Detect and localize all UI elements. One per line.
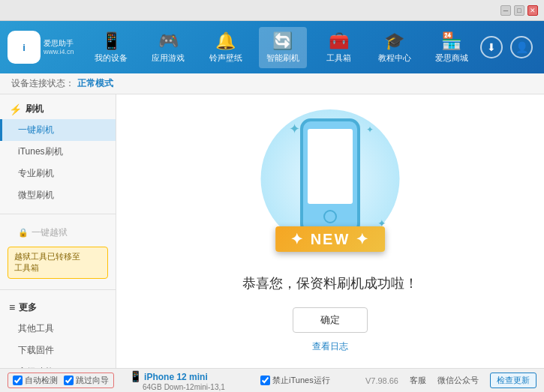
- title-bar: ─ □ ✕: [0, 0, 544, 21]
- sidebar-item-itunes-flash[interactable]: iTunes刷机: [0, 141, 116, 163]
- more-section-header: ≡ 更多: [0, 298, 116, 318]
- app-game-label: 应用游戏: [152, 52, 185, 64]
- flash-section-header: ⚡ 刷机: [0, 99, 116, 119]
- tutorial-icon: 🎓: [384, 31, 404, 51]
- my-device-label: 我的设备: [95, 52, 128, 64]
- nav-tutorial[interactable]: 🎓 教程中心: [371, 27, 419, 68]
- logo-icon: i: [8, 31, 41, 64]
- nav-toolbox[interactable]: 🧰 工具箱: [316, 27, 361, 68]
- status-value: 正常模式: [77, 77, 113, 90]
- phone-body: [300, 118, 360, 235]
- download-button[interactable]: ⬇: [480, 36, 503, 58]
- nav-mall[interactable]: 🏪 爱思商城: [428, 27, 476, 68]
- auto-detect-input[interactable]: [13, 376, 23, 385]
- micro-flash-label: 微型刷机: [18, 190, 54, 200]
- bottom-bar: 自动检测 跳过向导 📱 iPhone 12 mini 64GB Down-12m…: [0, 368, 544, 392]
- sidebar-item-advanced[interactable]: 高级功能: [0, 361, 116, 368]
- other-tools-label: 其他工具: [18, 323, 54, 334]
- my-device-icon: 📱: [101, 31, 122, 51]
- checkbox-group: 自动检测 跳过向导: [8, 373, 114, 388]
- window-controls[interactable]: ─ □ ✕: [500, 5, 538, 16]
- pro-flash-label: 专业刷机: [18, 168, 54, 178]
- nav-app-game[interactable]: 🎮 应用游戏: [144, 27, 192, 68]
- sidebar-item-micro-flash[interactable]: 微型刷机: [0, 184, 116, 206]
- confirm-button[interactable]: 确定: [293, 307, 368, 333]
- mall-label: 爱思商城: [435, 52, 468, 64]
- top-navigation: i 爱思助手 www.i4.cn 📱 我的设备 🎮 应用游戏 🔔 铃声壁纸 🔄 …: [0, 21, 544, 73]
- itunes-status-label: 禁止iTunes运行: [272, 375, 330, 386]
- logo-text: 爱思助手 www.i4.cn: [44, 38, 74, 57]
- sidebar-item-pro-flash[interactable]: 专业刷机: [0, 163, 116, 184]
- sidebar-item-jailbreak: 🔒 一键越狱: [0, 222, 116, 244]
- one-key-flash-label: 一键刷机: [18, 124, 54, 135]
- success-illustration: ✦ ✦ ✦ ✦ NEW ✦: [255, 109, 405, 267]
- logo-name: 爱思助手: [44, 38, 74, 48]
- lock-icon: 🔒: [18, 228, 29, 238]
- sidebar: ⚡ 刷机 一键刷机 iTunes刷机 专业刷机 微型刷机 🔒 一键越狱: [0, 94, 116, 368]
- update-button[interactable]: 检查更新: [490, 373, 536, 388]
- success-text: 恭喜您，保资料刷机成功啦！: [242, 274, 418, 292]
- star-left: ✦: [289, 121, 300, 137]
- ringtone-label: 铃声壁纸: [209, 52, 242, 64]
- auto-detect-label: 自动检测: [25, 375, 58, 386]
- maximize-button[interactable]: □: [514, 5, 524, 16]
- new-badge: ✦ NEW ✦: [275, 226, 385, 252]
- jailbreak-label: 一键越狱: [32, 226, 68, 239]
- toolbox-label: 工具箱: [326, 52, 351, 64]
- bottom-right: V7.98.66 客服 微信公众号 检查更新: [365, 373, 536, 388]
- sidebar-item-download-firmware[interactable]: 下载固件: [0, 340, 116, 361]
- device-phone-icon: 📱: [129, 370, 142, 382]
- status-label: 设备连接状态：: [11, 77, 74, 90]
- bottom-center: 禁止iTunes运行: [260, 375, 330, 386]
- itunes-status-input[interactable]: [260, 376, 270, 385]
- content-area: ✦ ✦ ✦ ✦ NEW ✦ 恭喜您，保资料刷机成功啦！ 确定 查看日志: [116, 94, 544, 368]
- main-layout: ⚡ 刷机 一键刷机 iTunes刷机 专业刷机 微型刷机 🔒 一键越狱: [0, 94, 544, 368]
- itunes-flash-label: iTunes刷机: [18, 146, 63, 157]
- nav-items: 📱 我的设备 🎮 应用游戏 🔔 铃声壁纸 🔄 智能刷机 🧰 工具箱 🎓 教程中心…: [83, 27, 480, 68]
- version-text: V7.98.66: [365, 376, 398, 385]
- bottom-left: 自动检测 跳过向导 📱 iPhone 12 mini 64GB Down-12m…: [8, 370, 225, 391]
- logo-url: www.i4.cn: [44, 48, 74, 57]
- nav-smart-flash[interactable]: 🔄 智能刷机: [259, 27, 307, 68]
- app-game-icon: 🎮: [158, 31, 179, 51]
- minimize-button[interactable]: ─: [500, 5, 511, 16]
- close-button[interactable]: ✕: [527, 5, 538, 16]
- skip-wizard-input[interactable]: [64, 376, 74, 385]
- advanced-label: 高级功能: [18, 367, 54, 368]
- sidebar-item-one-key-flash[interactable]: 一键刷机: [0, 119, 116, 141]
- device-storage: 64GB: [143, 383, 162, 391]
- auto-detect-checkbox[interactable]: 自动检测: [13, 375, 58, 386]
- star-right-top: ✦: [366, 124, 374, 135]
- jailbreak-section: 🔒 一键越狱 越狱工具已转移至工具箱: [0, 217, 116, 286]
- more-header-label: 更多: [19, 301, 37, 314]
- confirm-button-label: 确定: [320, 314, 340, 325]
- secondary-link[interactable]: 查看日志: [312, 340, 348, 353]
- wechat-link[interactable]: 微信公众号: [437, 375, 479, 386]
- more-header-icon: ≡: [9, 301, 15, 313]
- download-firmware-label: 下载固件: [18, 345, 54, 355]
- nav-my-device[interactable]: 📱 我的设备: [87, 27, 135, 68]
- support-link[interactable]: 客服: [410, 375, 426, 386]
- skip-wizard-label: 跳过向导: [76, 375, 109, 386]
- ringtone-icon: 🔔: [215, 31, 236, 51]
- itunes-status-checkbox[interactable]: 禁止iTunes运行: [260, 375, 330, 386]
- nav-ringtone[interactable]: 🔔 铃声壁纸: [202, 27, 250, 68]
- device-name: iPhone 12 mini: [144, 372, 208, 382]
- user-button[interactable]: 👤: [510, 36, 533, 58]
- logo-area: i 爱思助手 www.i4.cn: [8, 31, 83, 64]
- more-section: ≡ 更多 其他工具 下载固件 高级功能: [0, 293, 116, 368]
- smart-flash-label: 智能刷机: [266, 52, 299, 64]
- mall-icon: 🏪: [441, 31, 461, 51]
- update-button-label: 检查更新: [497, 376, 530, 385]
- flash-header-label: 刷机: [26, 103, 44, 115]
- jailbreak-warning: 越狱工具已转移至工具箱: [8, 247, 108, 279]
- flash-section: ⚡ 刷机 一键刷机 iTunes刷机 专业刷机 微型刷机: [0, 94, 116, 211]
- device-info: 📱 iPhone 12 mini 64GB Down-12mini-13,1: [129, 370, 225, 391]
- skip-wizard-checkbox[interactable]: 跳过向导: [64, 375, 109, 386]
- sidebar-divider-1: [0, 214, 116, 214]
- tutorial-label: 教程中心: [378, 52, 411, 64]
- toolbox-icon: 🧰: [329, 31, 349, 51]
- sidebar-item-other-tools[interactable]: 其他工具: [0, 318, 116, 340]
- phone-home-button: [323, 210, 337, 223]
- secondary-link-label: 查看日志: [312, 341, 348, 352]
